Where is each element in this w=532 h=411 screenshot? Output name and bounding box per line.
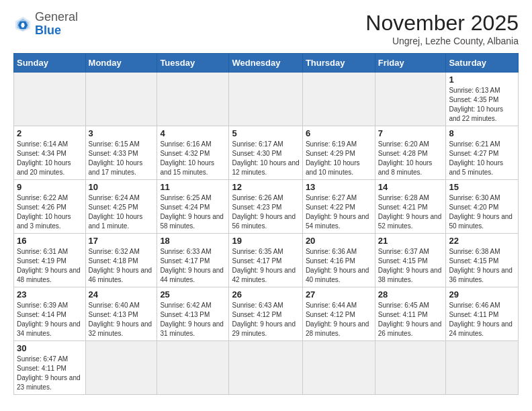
day-info: Sunrise: 6:35 AM Sunset: 4:17 PM Dayligh… <box>232 247 299 285</box>
calendar-cell <box>85 73 157 126</box>
day-info: Sunrise: 6:33 AM Sunset: 4:17 PM Dayligh… <box>160 247 226 285</box>
calendar-cell: 20Sunrise: 6:36 AM Sunset: 4:16 PM Dayli… <box>302 234 375 287</box>
calendar-cell: 27Sunrise: 6:44 AM Sunset: 4:12 PM Dayli… <box>302 287 375 341</box>
day-number: 2 <box>17 128 83 138</box>
day-info: Sunrise: 6:15 AM Sunset: 4:33 PM Dayligh… <box>89 140 154 177</box>
calendar-cell: 30Sunrise: 6:47 AM Sunset: 4:11 PM Dayli… <box>14 341 86 395</box>
day-number: 18 <box>160 236 226 246</box>
calendar-cell: 15Sunrise: 6:30 AM Sunset: 4:20 PM Dayli… <box>446 180 519 234</box>
day-info: Sunrise: 6:43 AM Sunset: 4:12 PM Dayligh… <box>232 301 299 338</box>
day-number: 16 <box>17 236 83 246</box>
day-number: 3 <box>89 128 154 138</box>
logo: General Blue <box>13 11 78 38</box>
day-info: Sunrise: 6:31 AM Sunset: 4:19 PM Dayligh… <box>17 247 83 285</box>
calendar-cell: 2Sunrise: 6:14 AM Sunset: 4:34 PM Daylig… <box>14 126 86 180</box>
calendar-cell: 10Sunrise: 6:24 AM Sunset: 4:25 PM Dayli… <box>85 180 157 234</box>
day-info: Sunrise: 6:36 AM Sunset: 4:16 PM Dayligh… <box>306 247 372 285</box>
calendar-cell: 18Sunrise: 6:33 AM Sunset: 4:17 PM Dayli… <box>157 234 229 287</box>
weekday-header-thursday: Thursday <box>302 54 375 73</box>
month-title: November 2025 <box>365 11 519 36</box>
calendar-cell: 11Sunrise: 6:25 AM Sunset: 4:24 PM Dayli… <box>157 180 229 234</box>
calendar: SundayMondayTuesdayWednesdayThursdayFrid… <box>13 53 519 395</box>
day-number: 5 <box>232 128 299 138</box>
day-info: Sunrise: 6:20 AM Sunset: 4:28 PM Dayligh… <box>378 140 443 177</box>
day-number: 9 <box>17 182 83 192</box>
calendar-cell: 3Sunrise: 6:15 AM Sunset: 4:33 PM Daylig… <box>85 126 157 180</box>
day-info: Sunrise: 6:47 AM Sunset: 4:11 PM Dayligh… <box>17 355 83 392</box>
weekday-header-friday: Friday <box>375 54 446 73</box>
week-row-2: 2Sunrise: 6:14 AM Sunset: 4:34 PM Daylig… <box>14 126 519 180</box>
day-number: 22 <box>449 236 515 246</box>
calendar-cell: 26Sunrise: 6:43 AM Sunset: 4:12 PM Dayli… <box>229 287 302 341</box>
day-info: Sunrise: 6:14 AM Sunset: 4:34 PM Dayligh… <box>17 140 83 177</box>
weekday-header-monday: Monday <box>85 54 157 73</box>
day-number: 8 <box>449 128 515 138</box>
calendar-cell <box>157 73 229 126</box>
day-number: 26 <box>232 289 299 300</box>
calendar-cell <box>229 73 302 126</box>
calendar-cell <box>302 341 375 395</box>
page: General Blue November 2025 Ungrej, Lezhe… <box>0 0 532 402</box>
calendar-cell: 7Sunrise: 6:20 AM Sunset: 4:28 PM Daylig… <box>375 126 446 180</box>
weekday-header-sunday: Sunday <box>14 54 86 73</box>
day-info: Sunrise: 6:17 AM Sunset: 4:30 PM Dayligh… <box>232 140 299 177</box>
calendar-cell <box>302 73 375 126</box>
day-info: Sunrise: 6:46 AM Sunset: 4:11 PM Dayligh… <box>449 301 515 338</box>
calendar-cell: 17Sunrise: 6:32 AM Sunset: 4:18 PM Dayli… <box>85 234 157 287</box>
calendar-cell: 6Sunrise: 6:19 AM Sunset: 4:29 PM Daylig… <box>302 126 375 180</box>
day-info: Sunrise: 6:25 AM Sunset: 4:24 PM Dayligh… <box>160 193 226 231</box>
calendar-cell: 1Sunrise: 6:13 AM Sunset: 4:35 PM Daylig… <box>446 73 519 126</box>
day-info: Sunrise: 6:40 AM Sunset: 4:13 PM Dayligh… <box>89 301 154 338</box>
calendar-cell <box>14 73 86 126</box>
calendar-cell: 13Sunrise: 6:27 AM Sunset: 4:22 PM Dayli… <box>302 180 375 234</box>
day-info: Sunrise: 6:22 AM Sunset: 4:26 PM Dayligh… <box>17 193 83 231</box>
day-number: 20 <box>306 236 372 246</box>
week-row-4: 16Sunrise: 6:31 AM Sunset: 4:19 PM Dayli… <box>14 234 519 287</box>
day-info: Sunrise: 6:28 AM Sunset: 4:21 PM Dayligh… <box>378 193 443 231</box>
day-info: Sunrise: 6:32 AM Sunset: 4:18 PM Dayligh… <box>89 247 154 285</box>
day-info: Sunrise: 6:42 AM Sunset: 4:13 PM Dayligh… <box>160 301 226 338</box>
day-info: Sunrise: 6:30 AM Sunset: 4:20 PM Dayligh… <box>449 193 515 231</box>
calendar-cell: 14Sunrise: 6:28 AM Sunset: 4:21 PM Dayli… <box>375 180 446 234</box>
day-info: Sunrise: 6:21 AM Sunset: 4:27 PM Dayligh… <box>449 140 515 177</box>
day-info: Sunrise: 6:26 AM Sunset: 4:23 PM Dayligh… <box>232 193 299 231</box>
day-info: Sunrise: 6:37 AM Sunset: 4:15 PM Dayligh… <box>378 247 443 285</box>
day-number: 30 <box>17 343 83 353</box>
day-number: 4 <box>160 128 226 138</box>
day-info: Sunrise: 6:45 AM Sunset: 4:11 PM Dayligh… <box>378 301 443 338</box>
day-number: 27 <box>306 289 372 300</box>
logo-text: General Blue <box>35 11 78 38</box>
calendar-cell <box>85 341 157 395</box>
day-number: 13 <box>306 182 372 192</box>
week-row-1: 1Sunrise: 6:13 AM Sunset: 4:35 PM Daylig… <box>14 73 519 126</box>
day-number: 28 <box>378 289 443 300</box>
calendar-cell <box>375 73 446 126</box>
day-number: 19 <box>232 236 299 246</box>
day-number: 12 <box>232 182 299 192</box>
day-info: Sunrise: 6:16 AM Sunset: 4:32 PM Dayligh… <box>160 140 226 177</box>
day-number: 21 <box>378 236 443 246</box>
calendar-cell: 12Sunrise: 6:26 AM Sunset: 4:23 PM Dayli… <box>229 180 302 234</box>
calendar-cell: 21Sunrise: 6:37 AM Sunset: 4:15 PM Dayli… <box>375 234 446 287</box>
calendar-cell <box>375 341 446 395</box>
calendar-cell: 4Sunrise: 6:16 AM Sunset: 4:32 PM Daylig… <box>157 126 229 180</box>
day-info: Sunrise: 6:44 AM Sunset: 4:12 PM Dayligh… <box>306 301 372 338</box>
day-info: Sunrise: 6:24 AM Sunset: 4:25 PM Dayligh… <box>89 193 154 231</box>
day-number: 1 <box>449 75 515 85</box>
week-row-3: 9Sunrise: 6:22 AM Sunset: 4:26 PM Daylig… <box>14 180 519 234</box>
day-info: Sunrise: 6:27 AM Sunset: 4:22 PM Dayligh… <box>306 193 372 231</box>
calendar-cell: 16Sunrise: 6:31 AM Sunset: 4:19 PM Dayli… <box>14 234 86 287</box>
day-number: 11 <box>160 182 226 192</box>
calendar-cell: 24Sunrise: 6:40 AM Sunset: 4:13 PM Dayli… <box>85 287 157 341</box>
day-info: Sunrise: 6:39 AM Sunset: 4:14 PM Dayligh… <box>17 301 83 338</box>
day-number: 6 <box>306 128 372 138</box>
logo-general: General <box>35 10 78 24</box>
week-row-6: 30Sunrise: 6:47 AM Sunset: 4:11 PM Dayli… <box>14 341 519 395</box>
calendar-cell: 19Sunrise: 6:35 AM Sunset: 4:17 PM Dayli… <box>229 234 302 287</box>
day-number: 25 <box>160 289 226 300</box>
week-row-5: 23Sunrise: 6:39 AM Sunset: 4:14 PM Dayli… <box>14 287 519 341</box>
calendar-cell: 29Sunrise: 6:46 AM Sunset: 4:11 PM Dayli… <box>446 287 519 341</box>
calendar-cell: 25Sunrise: 6:42 AM Sunset: 4:13 PM Dayli… <box>157 287 229 341</box>
day-number: 29 <box>449 289 515 300</box>
day-number: 10 <box>89 182 154 192</box>
